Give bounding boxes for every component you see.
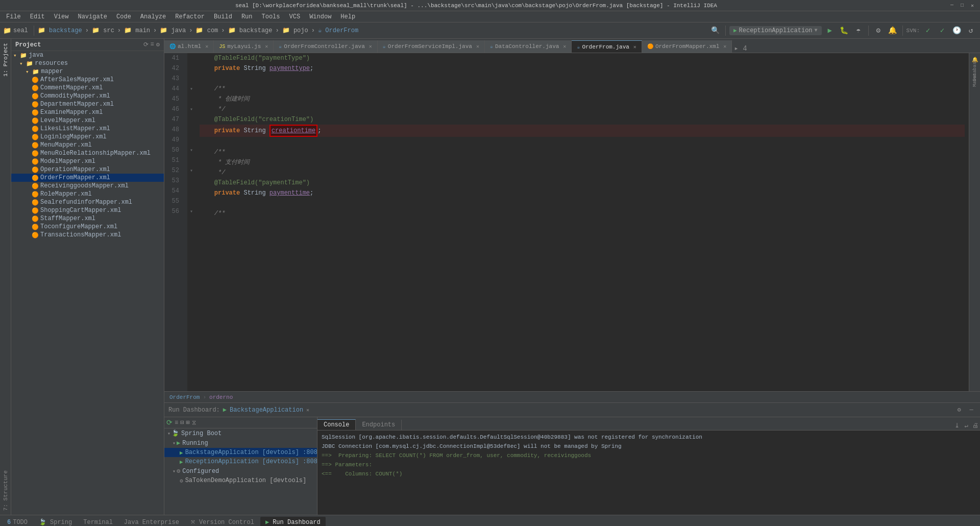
console-wrap-btn[interactable]: ↵ bbox=[962, 421, 971, 430]
tree-comment-file[interactable]: 🟠 CommentMapper.xml bbox=[11, 84, 164, 92]
tree-examine-file[interactable]: 🟠 ExamineMapper.xml bbox=[11, 108, 164, 116]
run-app-close[interactable]: ✕ bbox=[306, 407, 309, 413]
terminal-tab[interactable]: Terminal bbox=[78, 517, 118, 527]
run-running-group[interactable]: ▾ ▶ Running bbox=[164, 438, 317, 448]
maven-panel-tab[interactable]: Maven bbox=[970, 76, 979, 85]
tab-mylayui-close[interactable]: ✕ bbox=[265, 43, 268, 50]
menu-analyze[interactable]: Analyze bbox=[136, 12, 170, 21]
run-tree-collapse-btn[interactable]: ⊟ bbox=[180, 419, 184, 426]
console-tab[interactable]: Console bbox=[317, 419, 356, 430]
run-backstage-app[interactable]: ▶ BackstageApplication [devtools] :8080/… bbox=[164, 448, 317, 457]
tree-department-file[interactable]: 🟠 DepartmentMapper.xml bbox=[11, 100, 164, 108]
spring-tab[interactable]: 🍃 Spring bbox=[34, 517, 77, 526]
tab-datacontroller[interactable]: ☕ DataController.java ✕ bbox=[485, 40, 572, 53]
tree-commodity-file[interactable]: 🟠 CommodityMapper.xml bbox=[11, 92, 164, 100]
console-scroll-btn[interactable]: ⤓ bbox=[952, 421, 962, 430]
tree-collapse-icon[interactable]: ≡ bbox=[151, 41, 154, 49]
tree-settings-icon[interactable]: ⚙ bbox=[156, 41, 160, 49]
tab-mylayui-js[interactable]: JS myLayui.js ✕ bbox=[214, 40, 274, 53]
menu-navigate[interactable]: Navigate bbox=[74, 12, 111, 21]
tree-shoppingcart-file[interactable]: 🟠 ShoppingCartMapper.xml bbox=[11, 206, 164, 214]
run-panel-settings[interactable]: ⚙ bbox=[954, 405, 964, 415]
tree-operation-file[interactable]: 🟠 OperationMapper.xml bbox=[11, 165, 164, 174]
run-dashboard-tab[interactable]: ▶ Run Dashboard bbox=[260, 517, 326, 526]
version-control-tab[interactable]: ⤲ Version Control bbox=[185, 517, 259, 526]
svn-revert-button[interactable]: ↺ bbox=[965, 25, 977, 37]
tree-java-folder[interactable]: ▾ 📁 java bbox=[11, 51, 164, 59]
tab-orderfrom-serviceimpl[interactable]: ☕ OrderFromServiceImpl.java ✕ bbox=[378, 40, 485, 53]
run-satoken-app[interactable]: ⚙ SaTokenDemoApplication [devtools] bbox=[164, 476, 317, 485]
structure-panel-tab[interactable]: 7: Structure bbox=[1, 466, 10, 515]
tab-orderfrom-java[interactable]: ☕ OrderFrom.java ✕ bbox=[572, 40, 642, 53]
tree-likeslist-file[interactable]: 🟠 LikesListMapper.xml bbox=[11, 125, 164, 133]
run-springboot-group[interactable]: ▾ 🍃 Spring Boot bbox=[164, 428, 317, 438]
tree-orderfrom-file[interactable]: 🟠 OrderFromMapper.xml bbox=[11, 174, 164, 182]
menu-run[interactable]: Run bbox=[237, 12, 257, 21]
maximize-button[interactable]: □ bbox=[959, 2, 966, 9]
java-enterprise-tab[interactable]: Java Enterprise bbox=[119, 517, 184, 527]
run-button[interactable]: ▶ bbox=[824, 25, 836, 37]
menu-refactor[interactable]: Refactor bbox=[171, 12, 209, 21]
run-config-selector[interactable]: ▶ ReceptionApplication ▼ bbox=[729, 26, 822, 35]
menu-vcs[interactable]: VCS bbox=[285, 12, 305, 21]
tab-al-html-close[interactable]: ✕ bbox=[205, 43, 208, 50]
fold-52[interactable]: ▾ bbox=[190, 168, 193, 174]
fold-50[interactable]: ▾ bbox=[190, 147, 193, 153]
tab-al-html[interactable]: 🌐 al.html ✕ bbox=[164, 40, 214, 53]
tree-sync-icon[interactable]: ⟳ bbox=[143, 41, 149, 49]
tab-orderfrom-controller[interactable]: ☕ OrderFromController.java ✕ bbox=[274, 40, 378, 53]
menu-help[interactable]: Help bbox=[336, 12, 359, 21]
menu-file[interactable]: File bbox=[2, 12, 25, 21]
tree-level-file[interactable]: 🟠 LevelMapper.xml bbox=[11, 116, 164, 125]
run-configured-group[interactable]: ▾ ⚙ Configured bbox=[164, 466, 317, 476]
run-reception-app[interactable]: ▶ ReceptionApplication [devtools] :8081/ bbox=[164, 457, 317, 466]
tab-datacontroller-close[interactable]: ✕ bbox=[563, 43, 566, 50]
svn-check-button[interactable]: ✓ bbox=[922, 25, 934, 37]
tree-toconfigure-file[interactable]: 🟠 ToconfigureMapper.xml bbox=[11, 223, 164, 231]
tree-transactions-file[interactable]: 🟠 TransactionsMapper.xml bbox=[11, 231, 164, 239]
tab-orderfrom-mapper[interactable]: 🟠 OrderFromMapper.xml ✕ bbox=[642, 40, 732, 53]
debug-button[interactable]: 🐛 bbox=[838, 25, 850, 37]
run-tree-group-btn[interactable]: ⊞ bbox=[186, 419, 189, 426]
tree-role-file[interactable]: 🟠 RoleMapper.xml bbox=[11, 190, 164, 198]
fold-56[interactable]: ▾ bbox=[190, 208, 193, 214]
coverage-button[interactable]: ☂ bbox=[852, 25, 865, 37]
tab-orderfrom-java-close[interactable]: ✕ bbox=[633, 44, 636, 50]
run-panel-minimize[interactable]: ─ bbox=[967, 405, 976, 415]
fold-46[interactable]: ▾ bbox=[190, 106, 193, 112]
console-output[interactable]: SqlSession [org.apache.ibatis.session.de… bbox=[317, 431, 980, 515]
fold-44[interactable]: ▾ bbox=[190, 86, 193, 92]
svn-history-button[interactable]: 🕐 bbox=[950, 25, 963, 37]
menu-view[interactable]: View bbox=[50, 12, 73, 21]
more-tabs-button[interactable]: ▸ 4 bbox=[734, 44, 747, 53]
tree-loginlog-file[interactable]: 🟠 LoginlogMapper.xml bbox=[11, 133, 164, 141]
settings-button[interactable]: ⚙ bbox=[872, 25, 885, 37]
endpoints-tab[interactable]: Endpoints bbox=[356, 420, 402, 430]
run-tree-restart-btn[interactable]: ⟳ bbox=[166, 418, 173, 427]
tree-sealrefund-file[interactable]: 🟠 SealrefundinforMapper.xml bbox=[11, 198, 164, 206]
tree-mapper-folder[interactable]: ▾ 📁 mapper bbox=[11, 67, 164, 76]
menu-code[interactable]: Code bbox=[112, 12, 135, 21]
tree-menurole-file[interactable]: 🟠 MenuRoleRelationshipMapper.xml bbox=[11, 149, 164, 157]
tree-receivinggoods-file[interactable]: 🟠 ReceivinggoodsMapper.xml bbox=[11, 182, 164, 190]
run-tree-sort-btn[interactable]: ≡ bbox=[175, 419, 178, 426]
tree-model-file[interactable]: 🟠 ModelMapper.xml bbox=[11, 157, 164, 165]
project-panel-tab[interactable]: 1: Project bbox=[1, 39, 10, 81]
code-content[interactable]: @TableField("paymentType") private Strin… bbox=[195, 53, 969, 391]
tree-staff-file[interactable]: 🟠 StaffMapper.xml bbox=[11, 214, 164, 223]
tree-menu-file[interactable]: 🟠 MenuMapper.xml bbox=[11, 141, 164, 149]
notifications-button[interactable]: 🔔 bbox=[887, 25, 899, 37]
minimize-button[interactable]: ─ bbox=[948, 2, 955, 9]
svn-update-button[interactable]: ✓ bbox=[936, 25, 948, 37]
tab-mapper-close[interactable]: ✕ bbox=[723, 43, 726, 50]
search-everywhere-button[interactable]: 🔍 bbox=[709, 25, 722, 37]
tree-aftersales-file[interactable]: 🟠 AfterSalesMapper.xml bbox=[11, 76, 164, 84]
menu-edit[interactable]: Edit bbox=[26, 12, 49, 21]
tab-serviceimpl-close[interactable]: ✕ bbox=[476, 43, 479, 50]
tree-resources-folder[interactable]: ▾ 📁 resources bbox=[11, 59, 164, 67]
console-print-btn[interactable]: 🖨 bbox=[971, 421, 980, 430]
run-tree-filter-btn[interactable]: ⧖ bbox=[192, 419, 196, 426]
menu-build[interactable]: Build bbox=[210, 12, 236, 21]
close-button[interactable]: ✕ bbox=[969, 2, 976, 9]
menu-tools[interactable]: Tools bbox=[258, 12, 284, 21]
